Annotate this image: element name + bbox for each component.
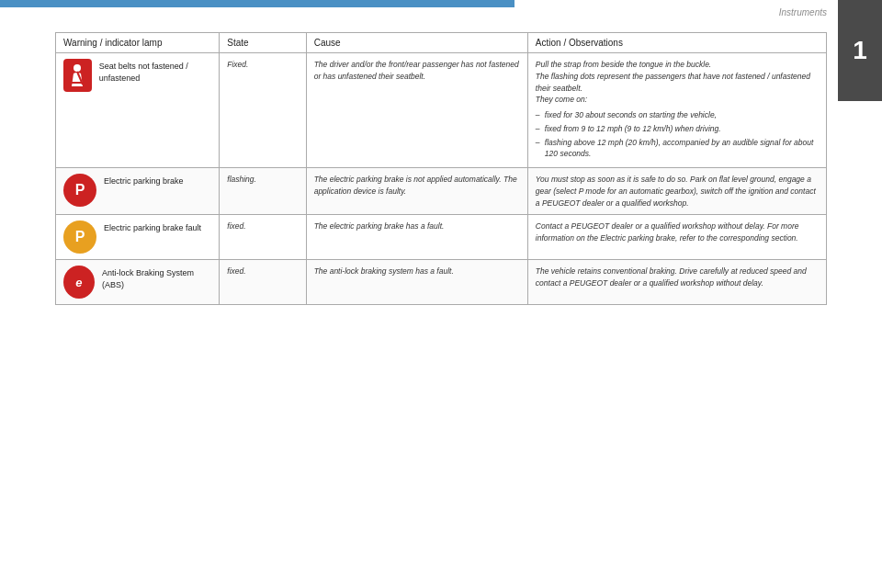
cause-text-seatbelt: The driver and/or the front/rear passeng… bbox=[314, 60, 519, 81]
list-item: fixed from 9 to 12 mph (9 to 12 km/h) wh… bbox=[536, 123, 819, 135]
lamp-name-abs: Anti-lock Braking System (ABS) bbox=[102, 266, 211, 290]
cause-text-epbf: The electric parking brake has a fault. bbox=[314, 221, 445, 231]
svg-point-0 bbox=[74, 64, 81, 72]
state-text-abs: fixed. bbox=[227, 266, 245, 276]
cause-text-abs: The anti-lock braking system has a fault… bbox=[314, 266, 454, 276]
page-number-tab: 1 bbox=[838, 0, 882, 101]
main-content: Warning / indicator lamp State Cause Act… bbox=[55, 32, 827, 570]
top-bar bbox=[0, 0, 514, 7]
list-item: fixed for 30 about seconds on starting t… bbox=[536, 109, 819, 121]
col-header-lamp: Warning / indicator lamp bbox=[56, 33, 220, 53]
abs-icon: e bbox=[63, 266, 95, 299]
lamp-name-epb: Electric parking brake bbox=[104, 174, 184, 187]
action-cell-epb: You must stop as soon as it is safe to d… bbox=[527, 168, 826, 215]
table-row: P Electric parking brake flashing. The e… bbox=[56, 168, 827, 215]
action-cell-seatbelt: Pull the strap from beside the tongue in… bbox=[527, 53, 826, 168]
action-list-seatbelt: fixed for 30 about seconds on starting t… bbox=[536, 109, 819, 160]
list-item: flashing above 12 mph (20 km/h), accompa… bbox=[536, 137, 819, 161]
lamp-cell-epbf: P Electric parking brake fault bbox=[56, 215, 220, 260]
lamp-cell-epb: P Electric parking brake bbox=[56, 168, 220, 215]
table-header-row: Warning / indicator lamp State Cause Act… bbox=[56, 33, 827, 53]
col-header-action: Action / Observations bbox=[527, 33, 826, 53]
action-text-epb: You must stop as soon as it is safe to d… bbox=[536, 175, 816, 208]
page-number: 1 bbox=[853, 36, 867, 65]
state-text-epb: flashing. bbox=[227, 175, 256, 184]
cause-cell-epb: The electric parking brake is not applie… bbox=[306, 168, 527, 215]
state-text-epbf: fixed. bbox=[227, 221, 245, 231]
cause-text-epb: The electric parking brake is not applie… bbox=[314, 175, 517, 196]
lamp-name-epbf: Electric parking brake fault bbox=[104, 220, 201, 234]
action-cell-abs: The vehicle retains conventional braking… bbox=[527, 260, 826, 305]
table-row: P Electric parking brake fault fixed. Th… bbox=[56, 215, 827, 260]
action-cell-epbf: Contact a PEUGEOT dealer or a qualified … bbox=[527, 215, 826, 260]
seatbelt-svg bbox=[64, 62, 90, 88]
state-cell-epb: flashing. bbox=[220, 168, 306, 215]
col-header-state: State bbox=[220, 33, 306, 53]
seatbelt-icon bbox=[63, 59, 92, 92]
lamp-cell-seatbelt: Seat belts not fastened / unfastened bbox=[56, 53, 220, 168]
action-text-seatbelt: Pull the strap from beside the tongue in… bbox=[536, 59, 819, 160]
epb-icon: P bbox=[63, 174, 96, 207]
state-cell-abs: fixed. bbox=[220, 260, 306, 305]
action-text-epbf: Contact a PEUGEOT dealer or a qualified … bbox=[536, 221, 799, 243]
state-text-seatbelt: Fixed. bbox=[227, 60, 248, 69]
lamp-cell-abs: e Anti-lock Braking System (ABS) bbox=[56, 260, 220, 305]
state-cell-seatbelt: Fixed. bbox=[220, 53, 306, 168]
section-title: Instruments bbox=[779, 7, 827, 17]
warning-table: Warning / indicator lamp State Cause Act… bbox=[55, 32, 827, 305]
table-row: e Anti-lock Braking System (ABS) fixed. … bbox=[56, 260, 827, 305]
cause-cell-seatbelt: The driver and/or the front/rear passeng… bbox=[306, 53, 527, 168]
cause-cell-epbf: The electric parking brake has a fault. bbox=[306, 215, 527, 260]
epbf-icon: P bbox=[63, 220, 96, 254]
table-row: Seat belts not fastened / unfastened Fix… bbox=[56, 53, 827, 168]
state-cell-epbf: fixed. bbox=[220, 215, 306, 260]
cause-cell-abs: The anti-lock braking system has a fault… bbox=[306, 260, 527, 305]
section-header: Instruments bbox=[779, 7, 827, 17]
action-text-abs: The vehicle retains conventional braking… bbox=[536, 266, 807, 288]
col-header-cause: Cause bbox=[306, 33, 527, 53]
lamp-name-seatbelt: Seat belts not fastened / unfastened bbox=[99, 59, 212, 84]
